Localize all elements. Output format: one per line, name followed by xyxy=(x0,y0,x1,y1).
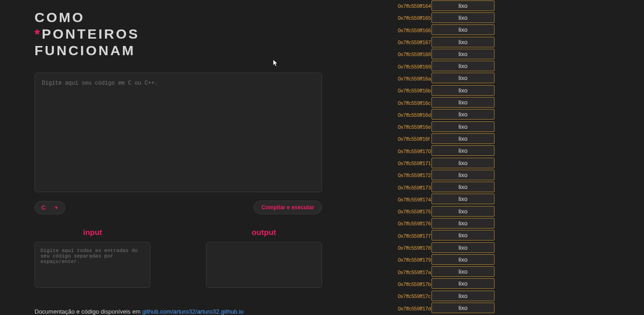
memory-row: 0x7ffc559ff175lixo xyxy=(398,206,494,218)
memory-row: 0x7ffc559ff176lixo xyxy=(398,218,494,229)
memory-address: 0x7ffc559ff173 xyxy=(398,185,429,190)
memory-row: 0x7ffc559ff16alixo xyxy=(398,73,494,85)
memory-cell: lixo xyxy=(431,242,494,253)
memory-cell: lixo xyxy=(431,121,494,132)
input-box[interactable] xyxy=(34,242,150,288)
memory-address: 0x7ffc559ff17a xyxy=(398,269,429,275)
memory-cell: lixo xyxy=(431,182,494,192)
memory-cell: lixo xyxy=(431,73,494,83)
asterisk-icon: * xyxy=(34,26,42,41)
memory-address: 0x7ffc559ff166 xyxy=(398,28,429,33)
memory-row: 0x7ffc559ff171lixo xyxy=(398,157,494,169)
memory-row: 0x7ffc559ff16flixo xyxy=(398,133,494,145)
memory-address: 0x7ffc559ff169 xyxy=(398,64,429,69)
memory-address: 0x7ffc559ff170 xyxy=(398,149,429,154)
memory-address: 0x7ffc559ff179 xyxy=(398,257,429,263)
memory-cell: lixo xyxy=(431,303,494,313)
output-label: output xyxy=(206,228,322,237)
memory-cell: lixo xyxy=(431,145,494,156)
memory-address: 0x7ffc559ff172 xyxy=(398,172,429,178)
memory-row: 0x7ffc559ff172lixo xyxy=(398,169,494,181)
language-select[interactable]: C ▼ xyxy=(34,201,65,214)
memory-cell: lixo xyxy=(431,133,494,144)
code-editor[interactable] xyxy=(34,73,322,192)
memory-address: 0x7ffc559ff16f xyxy=(398,136,429,142)
memory-address: 0x7ffc559ff174 xyxy=(398,197,429,202)
memory-cell: lixo xyxy=(431,12,494,23)
left-panel: COMO *PONTEIROS FUNCIONAM C ▼ Compilar e… xyxy=(34,9,356,315)
memory-cell: lixo xyxy=(431,218,494,229)
chevron-down-icon: ▼ xyxy=(54,205,58,210)
memory-row: 0x7ffc559ff177lixo xyxy=(398,230,494,242)
memory-address: 0x7ffc559ff177 xyxy=(398,233,429,239)
memory-row: 0x7ffc559ff164lixo xyxy=(398,0,494,12)
memory-cell: lixo xyxy=(431,0,494,11)
controls-row: C ▼ Compilar e executar xyxy=(34,200,322,214)
memory-row: 0x7ffc559ff17clixo xyxy=(398,290,494,302)
memory-cell: lixo xyxy=(431,291,494,301)
title-line2-wrap: *PONTEIROS xyxy=(34,26,356,42)
footer-link[interactable]: github.com/arturo32/arturo32.github.io xyxy=(142,308,243,315)
memory-cell: lixo xyxy=(431,230,494,241)
input-label: input xyxy=(34,228,151,237)
language-value: C xyxy=(41,204,46,211)
memory-address: 0x7ffc559ff16d xyxy=(398,112,429,118)
memory-cell: lixo xyxy=(431,109,494,120)
io-row: input output xyxy=(34,228,322,290)
footer: Documentação e código disponíveis em git… xyxy=(34,308,356,315)
memory-address: 0x7ffc559ff16e xyxy=(398,124,429,130)
memory-cell: lixo xyxy=(431,85,494,96)
memory-address: 0x7ffc559ff176 xyxy=(398,221,429,226)
memory-cell: lixo xyxy=(431,158,494,168)
memory-address: 0x7ffc559ff164 xyxy=(398,3,429,9)
memory-row: 0x7ffc559ff16elixo xyxy=(398,121,494,133)
memory-row: 0x7ffc559ff173lixo xyxy=(398,181,494,193)
memory-cell: lixo xyxy=(431,170,494,180)
memory-address: 0x7ffc559ff178 xyxy=(398,245,429,251)
memory-row: 0x7ffc559ff16dlixo xyxy=(398,109,494,121)
memory-address: 0x7ffc559ff171 xyxy=(398,160,429,166)
memory-address: 0x7ffc559ff17d xyxy=(398,306,429,311)
memory-address: 0x7ffc559ff16a xyxy=(398,76,429,81)
memory-address: 0x7ffc559ff165 xyxy=(398,15,429,21)
memory-row: 0x7ffc559ff168lixo xyxy=(398,48,494,60)
memory-cell: lixo xyxy=(431,97,494,108)
memory-cell: lixo xyxy=(431,24,494,35)
memory-cell: lixo xyxy=(431,194,494,204)
memory-cell: lixo xyxy=(431,206,494,217)
memory-address: 0x7ffc559ff167 xyxy=(398,40,429,45)
footer-prefix: Documentação e código disponíveis em xyxy=(34,308,142,315)
memory-address: 0x7ffc559ff168 xyxy=(398,52,429,57)
title-line2: PONTEIROS xyxy=(42,26,140,41)
memory-row: 0x7ffc559ff167lixo xyxy=(398,36,494,48)
memory-cell: lixo xyxy=(431,61,494,71)
page-title: COMO *PONTEIROS FUNCIONAM xyxy=(34,9,356,59)
memory-cell: lixo xyxy=(431,254,494,265)
memory-row: 0x7ffc559ff16blixo xyxy=(398,85,494,97)
memory-cell: lixo xyxy=(431,37,494,47)
title-line1: COMO xyxy=(34,9,356,26)
memory-cell: lixo xyxy=(431,49,494,59)
memory-row: 0x7ffc559ff169lixo xyxy=(398,60,494,72)
memory-address: 0x7ffc559ff175 xyxy=(398,209,429,214)
memory-cell: lixo xyxy=(431,278,494,289)
compile-button[interactable]: Compilar e executar xyxy=(253,200,322,214)
memory-row: 0x7ffc559ff166lixo xyxy=(398,24,494,36)
memory-row: 0x7ffc559ff178lixo xyxy=(398,242,494,254)
output-column: output xyxy=(206,228,322,290)
memory-row: 0x7ffc559ff179lixo xyxy=(398,254,494,266)
input-column: input xyxy=(34,228,151,290)
memory-row: 0x7ffc559ff17alixo xyxy=(398,266,494,278)
title-line3: FUNCIONAM xyxy=(34,42,356,59)
output-box xyxy=(206,242,322,288)
memory-address: 0x7ffc559ff17c xyxy=(398,293,429,299)
memory-address: 0x7ffc559ff16c xyxy=(398,100,429,106)
memory-row: 0x7ffc559ff17dlixo xyxy=(398,302,494,314)
memory-row: 0x7ffc559ff170lixo xyxy=(398,145,494,157)
memory-cell: lixo xyxy=(431,266,494,277)
memory-address: 0x7ffc559ff16b xyxy=(398,88,429,93)
memory-row: 0x7ffc559ff165lixo xyxy=(398,12,494,24)
memory-row: 0x7ffc559ff174lixo xyxy=(398,194,494,206)
memory-address: 0x7ffc559ff17b xyxy=(398,281,429,287)
memory-row: 0x7ffc559ff17blixo xyxy=(398,278,494,290)
